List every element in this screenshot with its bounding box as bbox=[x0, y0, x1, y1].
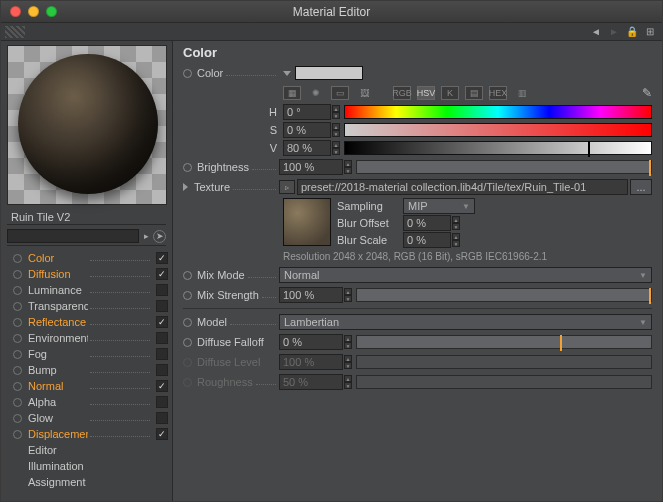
subchannel-illumination[interactable]: Illumination bbox=[13, 458, 168, 474]
titlebar[interactable]: Material Editor bbox=[1, 1, 662, 23]
channel-displacement[interactable]: Displacement bbox=[13, 426, 168, 442]
channel-glow[interactable]: Glow bbox=[13, 410, 168, 426]
material-preview[interactable] bbox=[7, 45, 167, 205]
v-input[interactable]: 80 % bbox=[283, 140, 331, 156]
sampling-select[interactable]: MIP▼ bbox=[403, 198, 475, 214]
texture-path-input[interactable]: preset://2018-material collection.lib4d/… bbox=[297, 179, 628, 195]
brightness-input[interactable]: 100 % bbox=[279, 159, 343, 175]
channel-luminance[interactable]: Luminance bbox=[13, 282, 168, 298]
channel-checkbox[interactable] bbox=[156, 284, 168, 296]
roughness-spinner: ▲▼ bbox=[344, 375, 352, 389]
swatches-icon[interactable]: ▥ bbox=[513, 86, 531, 100]
color-dropdown-arrow[interactable] bbox=[283, 71, 291, 76]
diffuse-level-input: 100 % bbox=[279, 354, 343, 370]
channel-label: Fog bbox=[28, 348, 88, 360]
h-input[interactable]: 0 ° bbox=[283, 104, 331, 120]
channel-diffusion[interactable]: Diffusion bbox=[13, 266, 168, 282]
channel-radio-icon bbox=[13, 398, 22, 407]
texture-clear-button[interactable]: ▹ bbox=[279, 180, 295, 194]
toolbar-grip[interactable] bbox=[5, 26, 25, 38]
h-spinner[interactable]: ▲▼ bbox=[332, 105, 340, 119]
subchannel-editor[interactable]: Editor bbox=[13, 442, 168, 458]
blur-scale-input[interactable]: 0 % bbox=[403, 232, 451, 248]
roughness-slider bbox=[356, 375, 652, 389]
hue-slider[interactable] bbox=[344, 105, 652, 119]
model-select[interactable]: Lambertian▼ bbox=[279, 314, 652, 330]
channel-reflectance[interactable]: Reflectance bbox=[13, 314, 168, 330]
channel-checkbox[interactable] bbox=[156, 300, 168, 312]
k-mode-button[interactable]: K bbox=[441, 86, 459, 100]
channel-environment[interactable]: Environment bbox=[13, 330, 168, 346]
mix-strength-spinner[interactable]: ▲▼ bbox=[344, 288, 352, 302]
picker-mode-image-icon[interactable]: 🖼 bbox=[355, 86, 373, 100]
subchannel-assignment[interactable]: Assignment bbox=[13, 474, 168, 490]
channel-fog[interactable]: Fog bbox=[13, 346, 168, 362]
hsv-mode-button[interactable]: HSV bbox=[417, 86, 435, 100]
channel-checkbox[interactable] bbox=[156, 268, 168, 280]
brightness-label: Brightness bbox=[197, 161, 249, 173]
grid-mode-icon[interactable]: ▤ bbox=[465, 86, 483, 100]
diffuse-falloff-input[interactable]: 0 % bbox=[279, 334, 343, 350]
mix-strength-label: Mix Strength bbox=[197, 289, 259, 301]
channel-normal[interactable]: Normal bbox=[13, 378, 168, 394]
channel-alpha[interactable]: Alpha bbox=[13, 394, 168, 410]
channel-label: Alpha bbox=[28, 396, 88, 408]
material-name-field[interactable]: Ruin Tile V2 bbox=[7, 209, 166, 225]
s-spinner[interactable]: ▲▼ bbox=[332, 123, 340, 137]
diffuse-falloff-slider[interactable] bbox=[356, 335, 652, 349]
color-label: Color bbox=[197, 67, 223, 79]
channel-checkbox[interactable] bbox=[156, 348, 168, 360]
channel-checkbox[interactable] bbox=[156, 252, 168, 264]
nav-back-icon[interactable]: ◄ bbox=[588, 25, 604, 39]
sampling-label: Sampling bbox=[337, 200, 403, 212]
picker-mode-grid-icon[interactable]: ▦ bbox=[283, 86, 301, 100]
search-input[interactable] bbox=[7, 229, 139, 243]
picker-mode-swatch-icon[interactable]: ▭ bbox=[331, 86, 349, 100]
brightness-spinner[interactable]: ▲▼ bbox=[344, 160, 352, 174]
color-swatch[interactable] bbox=[295, 66, 363, 80]
lock-icon[interactable]: 🔒 bbox=[624, 25, 640, 39]
toolbar: ◄ ► 🔒 ⊞ bbox=[1, 23, 662, 41]
channel-checkbox[interactable] bbox=[156, 332, 168, 344]
mix-strength-slider[interactable] bbox=[356, 288, 652, 302]
channel-checkbox[interactable] bbox=[156, 396, 168, 408]
diffuse-falloff-spinner[interactable]: ▲▼ bbox=[344, 335, 352, 349]
blur-offset-input[interactable]: 0 % bbox=[403, 215, 451, 231]
channel-checkbox[interactable] bbox=[156, 412, 168, 424]
rgb-mode-button[interactable]: RGB bbox=[393, 86, 411, 100]
blur-offset-spinner[interactable]: ▲▼ bbox=[452, 216, 460, 230]
texture-browse-button[interactable]: ... bbox=[630, 179, 652, 195]
search-menu-button[interactable]: ▸ bbox=[139, 229, 153, 243]
brightness-slider[interactable] bbox=[356, 160, 652, 174]
channel-label: Diffusion bbox=[28, 268, 88, 280]
channel-transparency[interactable]: Transparency bbox=[13, 298, 168, 314]
sat-slider[interactable] bbox=[344, 123, 652, 137]
blur-offset-label: Blur Offset bbox=[337, 217, 403, 229]
channel-checkbox[interactable] bbox=[156, 380, 168, 392]
nav-fwd-icon[interactable]: ► bbox=[606, 25, 622, 39]
texture-expand-arrow[interactable] bbox=[183, 183, 188, 191]
channel-color[interactable]: Color bbox=[13, 250, 168, 266]
texture-thumbnail[interactable] bbox=[283, 198, 331, 246]
eyedropper-icon[interactable]: ✎ bbox=[642, 86, 652, 100]
add-tab-icon[interactable]: ⊞ bbox=[642, 25, 658, 39]
channel-radio-icon bbox=[13, 430, 22, 439]
channel-bump[interactable]: Bump bbox=[13, 362, 168, 378]
hex-mode-button[interactable]: HEX bbox=[489, 86, 507, 100]
subchannel-label: Editor bbox=[28, 444, 168, 456]
channel-checkbox[interactable] bbox=[156, 364, 168, 376]
channel-checkbox[interactable] bbox=[156, 316, 168, 328]
channel-label: Luminance bbox=[28, 284, 88, 296]
blur-scale-spinner[interactable]: ▲▼ bbox=[452, 233, 460, 247]
picker-mode-wheel-icon[interactable]: ✺ bbox=[307, 86, 325, 100]
val-slider[interactable] bbox=[344, 141, 652, 155]
panel-title: Color bbox=[183, 45, 652, 60]
mix-strength-input[interactable]: 100 % bbox=[279, 287, 343, 303]
texture-label: Texture bbox=[194, 181, 230, 193]
s-input[interactable]: 0 % bbox=[283, 122, 331, 138]
channel-radio-icon bbox=[13, 366, 22, 375]
v-spinner[interactable]: ▲▼ bbox=[332, 141, 340, 155]
channel-checkbox[interactable] bbox=[156, 428, 168, 440]
cursor-icon[interactable]: ➤ bbox=[153, 230, 166, 243]
mix-mode-select[interactable]: Normal▼ bbox=[279, 267, 652, 283]
